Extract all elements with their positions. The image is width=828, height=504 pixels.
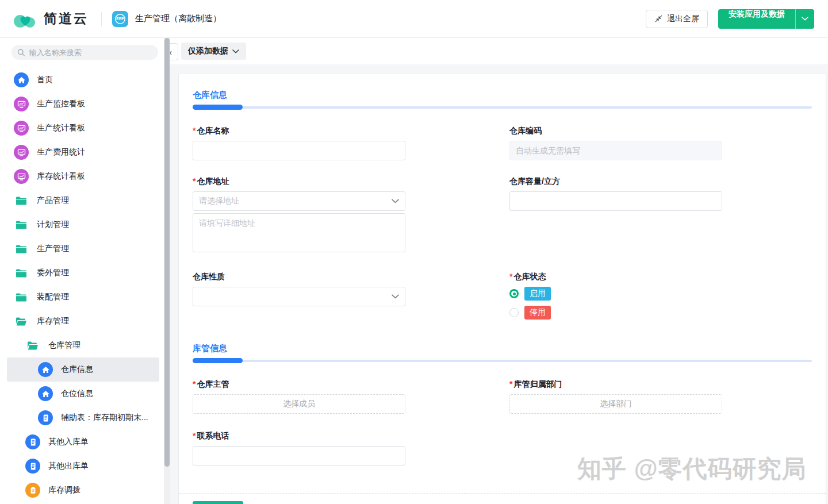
select-member-button[interactable]: 选择成员 bbox=[193, 394, 405, 414]
address-select[interactable]: 请选择地址 bbox=[193, 191, 405, 211]
sidebar-item-production-mgmt[interactable]: 生产管理 bbox=[7, 237, 159, 261]
search-input[interactable] bbox=[29, 48, 152, 57]
warehouse-nature-select[interactable] bbox=[193, 287, 405, 306]
folder-open-icon bbox=[25, 338, 40, 353]
address-detail-textarea[interactable] bbox=[193, 213, 405, 252]
sidebar-scrollbar[interactable] bbox=[164, 38, 170, 504]
data-mode-dropdown[interactable]: 仅添加数据 bbox=[181, 43, 246, 60]
folder-icon bbox=[14, 193, 29, 208]
chevron-down-icon bbox=[392, 294, 399, 299]
field-label: 仓库容量/立方 bbox=[509, 176, 560, 186]
exit-fullscreen-icon bbox=[654, 14, 663, 23]
dashboard-icon bbox=[14, 145, 29, 160]
select-department-button[interactable]: 选择部门 bbox=[509, 394, 722, 414]
jiandaoyun-logo-icon bbox=[13, 10, 38, 28]
field-label: 仓库名称 bbox=[197, 126, 229, 135]
install-app-button[interactable]: 安装应用及数据 bbox=[718, 9, 795, 29]
data-mode-label: 仅添加数据 bbox=[188, 46, 228, 56]
status-option-enabled[interactable]: 启用 bbox=[509, 287, 722, 301]
required-asterisk: * bbox=[509, 272, 512, 281]
warehouse-name-input[interactable] bbox=[193, 141, 405, 160]
app-icon: ERP bbox=[112, 11, 128, 27]
chevron-down-icon bbox=[232, 49, 239, 53]
submit-divider bbox=[179, 493, 826, 494]
folder-icon bbox=[14, 241, 29, 256]
app-title: 生产管理（离散制造） bbox=[135, 13, 221, 24]
field-manager-department: *库管归属部门 选择部门 bbox=[509, 379, 722, 414]
radio-unchecked-icon[interactable] bbox=[509, 308, 519, 317]
field-label: 仓库地址 bbox=[197, 176, 229, 186]
jiandaoyun-logo[interactable]: 简道云 bbox=[13, 10, 89, 28]
transfer-icon bbox=[25, 483, 40, 498]
logo-text: 简道云 bbox=[44, 10, 89, 28]
folder-icon bbox=[14, 217, 29, 232]
document-icon bbox=[38, 410, 53, 425]
sidebar-item-other-inbound[interactable]: 其他入库单 bbox=[7, 430, 159, 454]
app-header: 简道云 ERP 生产管理（离散制造） 退出全屏 安装应用及数据 bbox=[0, 0, 828, 38]
field-warehouse-nature: 仓库性质 bbox=[193, 272, 405, 306]
sidebar-item-other-outbound[interactable]: 其他出库单 bbox=[7, 454, 159, 478]
sidebar-scrollbar-thumb[interactable] bbox=[164, 38, 170, 467]
address-select-placeholder: 请选择地址 bbox=[199, 196, 239, 206]
sidebar-item-production-cost-stats[interactable]: 生产费用统计 bbox=[7, 140, 159, 164]
field-label: 仓库状态 bbox=[513, 272, 546, 281]
status-badge-enabled: 启用 bbox=[524, 287, 551, 301]
sidebar: 首页 生产监控看板 生产统计看板 生产费用统计 库存统计看板 产品管理 bbox=[0, 38, 164, 504]
required-asterisk: * bbox=[193, 176, 195, 186]
radio-checked-icon[interactable] bbox=[509, 289, 519, 298]
folder-icon bbox=[14, 266, 29, 280]
sidebar-item-aux-table[interactable]: 辅助表：库存期初期末... bbox=[7, 406, 159, 430]
chevron-down-icon bbox=[802, 17, 808, 21]
submit-button[interactable]: 提交 bbox=[193, 501, 243, 504]
field-warehouse-code: 仓库编码 bbox=[509, 126, 722, 160]
chevron-down-icon bbox=[392, 199, 399, 203]
sidebar-item-plan-mgmt[interactable]: 计划管理 bbox=[7, 213, 159, 237]
sidebar-item-bin-info[interactable]: 仓位信息 bbox=[7, 382, 159, 406]
folder-icon bbox=[14, 290, 29, 305]
sidebar-nav: 首页 生产监控看板 生产统计看板 生产费用统计 库存统计看板 产品管理 bbox=[0, 67, 164, 504]
sidebar-item-inventory-mgmt[interactable]: 库存管理 bbox=[7, 309, 159, 333]
sidebar-search[interactable] bbox=[12, 45, 158, 60]
sidebar-item-assembly-mgmt[interactable]: 装配管理 bbox=[7, 285, 159, 309]
dashboard-icon bbox=[14, 97, 29, 111]
section-progress-bar bbox=[193, 358, 812, 363]
sidebar-item-inventory-stats-board[interactable]: 库存统计看板 bbox=[7, 164, 159, 188]
sidebar-item-warehouse-info[interactable]: 仓库信息 bbox=[7, 357, 159, 382]
warehouse-capacity-input[interactable] bbox=[509, 191, 722, 211]
install-app-split-button: 安装应用及数据 bbox=[718, 9, 814, 29]
sidebar-item-outsourcing-mgmt[interactable]: 委外管理 bbox=[7, 261, 159, 285]
collapse-sidebar-button[interactable]: « bbox=[170, 43, 178, 60]
sidebar-item-warehouse-mgmt[interactable]: 仓库管理 bbox=[7, 333, 159, 357]
home-icon bbox=[14, 72, 29, 87]
status-option-disabled[interactable]: 停用 bbox=[509, 306, 722, 320]
svg-text:ERP: ERP bbox=[116, 17, 124, 21]
required-asterisk: * bbox=[193, 126, 195, 135]
section-progress-bar bbox=[193, 105, 812, 110]
install-app-caret-button[interactable] bbox=[795, 9, 814, 29]
main-area: « 仅添加数据 仓库信息 *仓库名称 仓库编码 bbox=[170, 38, 828, 504]
contact-phone-input[interactable] bbox=[193, 446, 405, 465]
sidebar-item-inventory-transfer[interactable]: 库存调拨 bbox=[7, 478, 159, 502]
field-label: 联系电话 bbox=[197, 431, 229, 440]
sidebar-item-product-mgmt[interactable]: 产品管理 bbox=[7, 188, 159, 213]
warehouse-code-input bbox=[509, 141, 722, 160]
status-badge-disabled: 停用 bbox=[524, 306, 551, 320]
home-icon bbox=[38, 362, 53, 377]
home-icon bbox=[38, 386, 53, 401]
field-label: 仓库性质 bbox=[193, 272, 225, 281]
field-warehouse-name: *仓库名称 bbox=[193, 126, 405, 160]
field-warehouse-manager: *仓库主管 选择成员 bbox=[193, 379, 405, 414]
sidebar-item-production-stats-board[interactable]: 生产统计看板 bbox=[7, 116, 159, 140]
folder-open-icon bbox=[14, 314, 29, 329]
section-title-warehouse-info: 仓库信息 bbox=[193, 90, 812, 101]
required-asterisk: * bbox=[193, 379, 195, 388]
document-icon bbox=[25, 459, 40, 474]
section-title-keeper-info: 库管信息 bbox=[193, 343, 812, 354]
form-card: 仓库信息 *仓库名称 仓库编码 *仓库地址 bbox=[178, 73, 826, 504]
sidebar-item-home[interactable]: 首页 bbox=[7, 68, 159, 92]
dashboard-icon bbox=[14, 169, 29, 184]
sidebar-item-production-monitor-board[interactable]: 生产监控看板 bbox=[7, 92, 159, 116]
exit-fullscreen-button[interactable]: 退出全屏 bbox=[646, 10, 708, 28]
field-warehouse-status: *仓库状态 启用 停用 bbox=[509, 272, 722, 325]
field-label: 库管归属部门 bbox=[513, 379, 562, 388]
